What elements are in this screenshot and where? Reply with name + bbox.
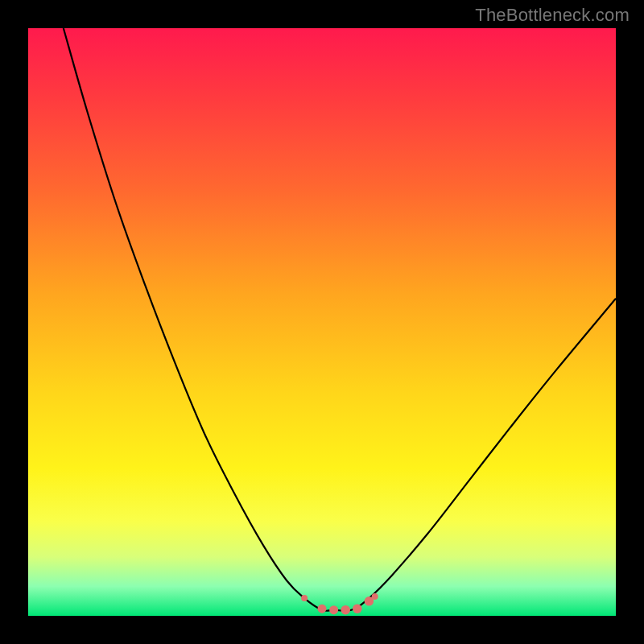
marker-dot	[353, 604, 362, 613]
watermark-text: TheBottleneck.com	[475, 5, 630, 26]
marker-dot	[329, 605, 338, 614]
plot-area	[28, 28, 616, 616]
marker-dot	[318, 605, 327, 613]
marker-dot	[301, 595, 308, 601]
bottleneck-chart	[28, 28, 616, 616]
marker-dot	[341, 605, 350, 615]
bottleneck-curve-path	[64, 28, 616, 611]
marker-dot	[372, 593, 378, 600]
chart-frame: TheBottleneck.com	[0, 0, 644, 644]
